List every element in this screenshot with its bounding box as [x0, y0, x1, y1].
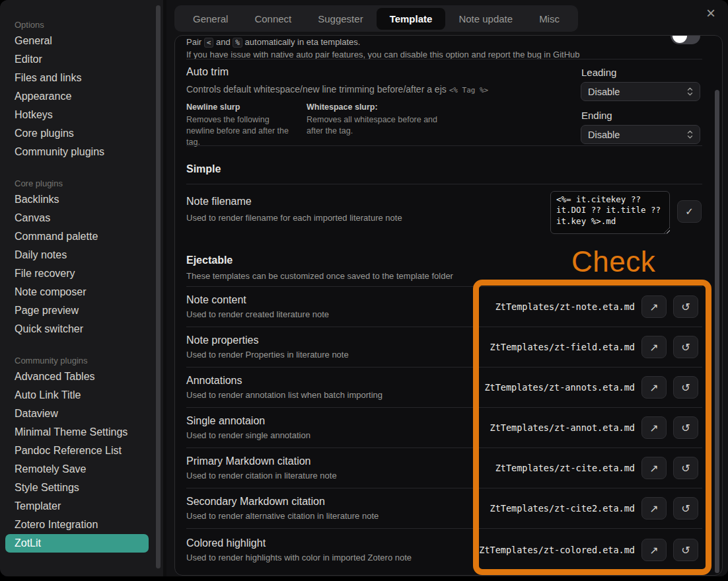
- setting-description: Used to render created literature note: [186, 309, 329, 319]
- sidebar-section-header: Community plugins: [0, 356, 163, 366]
- chevron-updown-icon: [687, 87, 693, 97]
- section-heading-simple: Simple: [186, 163, 221, 175]
- setting-description: Controls default whitespace/new line tri…: [186, 83, 583, 96]
- dropdown-value: Disable: [588, 130, 620, 140]
- auto-pair-toggle[interactable]: [671, 35, 700, 44]
- dropdown-value: Disable: [588, 87, 620, 97]
- sidebar-item-canvas[interactable]: Canvas: [5, 209, 149, 227]
- setting-description: Used to render Properties in literature …: [186, 350, 349, 360]
- sidebar-item-zotero-integration[interactable]: Zotero Integration: [5, 516, 149, 534]
- sidebar-item-dataview[interactable]: Dataview: [5, 405, 149, 423]
- reset-template-icon[interactable]: ↺: [673, 539, 698, 561]
- setting-row-auto-pair: Pair < and % automatically in eta templa…: [186, 37, 662, 60]
- ejectable-description: These templates can be customized once s…: [186, 270, 583, 282]
- reset-template-icon[interactable]: ↺: [673, 376, 698, 399]
- sidebar-section: Community plugins Advanced Tables Auto L…: [0, 356, 163, 553]
- sidebar-scrollbar[interactable]: [156, 5, 161, 568]
- open-template-icon[interactable]: ↗: [641, 416, 667, 439]
- sidebar-item-advanced-tables[interactable]: Advanced Tables: [5, 368, 149, 386]
- setting-name: Note properties: [186, 334, 349, 346]
- sidebar-section: Options General Editor Files and links A…: [0, 20, 163, 161]
- sidebar-item-zotlit[interactable]: ZotLit: [5, 534, 149, 553]
- dropdown-label: Leading: [581, 67, 700, 78]
- sidebar-item-hotkeys[interactable]: Hotkeys: [5, 106, 149, 124]
- template-path-value: ZtTemplates/zt-annots.eta.md: [484, 382, 635, 393]
- reset-template-icon[interactable]: ↺: [673, 497, 698, 520]
- sidebar-item-command-palette[interactable]: Command palette: [5, 227, 149, 246]
- sub-option-name: Whitespace slurp:: [307, 102, 442, 112]
- sidebar-item-list: General Editor Files and links Appearanc…: [0, 32, 163, 161]
- template-row: Single annotaion Used to render single a…: [186, 408, 702, 448]
- settings-tabbar: General Connect Suggester Template Note …: [174, 5, 578, 32]
- sidebar-item-appearance[interactable]: Appearance: [5, 87, 149, 106]
- template-rows: Note content Used to render created lite…: [186, 287, 702, 571]
- sidebar-item-files-and-links[interactable]: Files and links: [5, 69, 149, 87]
- auto-trim-sub-option: Whitespace slurp: Removes all whitespace…: [307, 102, 442, 148]
- template-row-info: Single annotaion Used to render single a…: [186, 415, 310, 440]
- confirm-icon[interactable]: ✓: [677, 200, 702, 223]
- dropdown-group: Ending Disable: [581, 110, 700, 144]
- template-path-value: ZtTemplates/zt-note.eta.md: [495, 301, 635, 312]
- sidebar-item-core-plugins[interactable]: Core plugins: [5, 124, 149, 143]
- sidebar-item-auto-link-title[interactable]: Auto Link Title: [5, 386, 149, 405]
- open-template-icon[interactable]: ↗: [641, 497, 667, 520]
- setting-row-auto-trim: Auto trim Controls default whitespace/ne…: [186, 66, 583, 148]
- setting-name: Note filename: [186, 196, 530, 208]
- sidebar-item-templater[interactable]: Templater: [5, 497, 149, 516]
- tab-template[interactable]: Template: [377, 8, 446, 30]
- sidebar-item-editor[interactable]: Editor: [5, 50, 149, 69]
- reset-template-icon[interactable]: ↺: [673, 416, 698, 439]
- sidebar-item-daily-notes[interactable]: Daily notes: [5, 246, 149, 264]
- template-row-info: Secondary Markdown citation Used to rend…: [186, 496, 379, 521]
- sidebar-item-list: Backlinks Canvas Command palette Daily n…: [0, 190, 163, 338]
- note-filename-input[interactable]: <%= it.citekey ?? it.DOI ?? it.title ?? …: [550, 191, 670, 234]
- template-row: Annotations Used to render annotation li…: [186, 368, 702, 408]
- sidebar-item-backlinks[interactable]: Backlinks: [5, 190, 149, 209]
- template-row-info: Annotations Used to render annotation li…: [186, 375, 382, 400]
- tab-general[interactable]: General: [180, 8, 241, 30]
- tab-misc[interactable]: Misc: [526, 8, 573, 30]
- sidebar-item-remotely-save[interactable]: Remotely Save: [5, 460, 149, 479]
- reset-template-icon[interactable]: ↺: [673, 336, 698, 358]
- setting-description: Used to render alternative citation in l…: [186, 511, 379, 521]
- sidebar-item-minimal-theme-settings[interactable]: Minimal Theme Settings: [5, 423, 149, 442]
- template-row-info: Note content Used to render created lite…: [186, 294, 329, 319]
- dropdown-select[interactable]: Disable: [581, 125, 700, 144]
- sidebar-item-file-recovery[interactable]: File recovery: [5, 264, 149, 283]
- sidebar-item-style-settings[interactable]: Style Settings: [5, 479, 149, 497]
- sidebar-item-pandoc-reference-list[interactable]: Pandoc Reference List: [5, 442, 149, 460]
- sidebar-item-quick-switcher[interactable]: Quick switcher: [5, 320, 149, 338]
- setting-description: Used to render highlights with color in …: [186, 553, 412, 562]
- template-row-controls: ZtTemplates/zt-annot.eta.md ↗ ↺: [490, 416, 698, 439]
- toggle-knob: [673, 35, 687, 43]
- sidebar-item-community-plugins[interactable]: Community plugins: [5, 143, 149, 161]
- reset-template-icon[interactable]: ↺: [673, 457, 698, 479]
- auto-pair-description-line1: Pair < and % automatically in eta templa…: [186, 37, 662, 48]
- setting-description: Used to render single annotation: [186, 430, 310, 440]
- panel-scrollbar[interactable]: [715, 90, 719, 573]
- setting-name: Single annotaion: [186, 415, 310, 427]
- sidebar-item-page-preview[interactable]: Page preview: [5, 301, 149, 320]
- sidebar-item-note-composer[interactable]: Note composer: [5, 283, 149, 301]
- setting-row-note-filename: Note filename Used to render filename fo…: [186, 196, 530, 224]
- tab-note-update[interactable]: Note update: [445, 8, 526, 30]
- sub-option-description: Removes the following newline before and…: [186, 114, 297, 148]
- template-row-controls: ZtTemplates/zt-annots.eta.md ↗ ↺: [484, 376, 698, 399]
- template-path-value: ZtTemplates/zt-cite.eta.md: [495, 463, 635, 473]
- dropdown-label: Ending: [581, 110, 700, 121]
- tab-suggester[interactable]: Suggester: [305, 8, 376, 30]
- dropdown-select[interactable]: Disable: [581, 82, 700, 101]
- open-template-icon[interactable]: ↗: [641, 336, 667, 358]
- sidebar-item-general[interactable]: General: [5, 32, 149, 50]
- open-template-icon[interactable]: ↗: [641, 295, 667, 318]
- reset-template-icon[interactable]: ↺: [673, 295, 698, 318]
- template-row-info: Colored highlight Used to render highlig…: [186, 537, 412, 562]
- open-template-icon[interactable]: ↗: [641, 457, 667, 479]
- close-icon[interactable]: ×: [702, 4, 720, 22]
- open-template-icon[interactable]: ↗: [641, 539, 667, 561]
- sidebar-section-header: Core plugins: [0, 178, 163, 188]
- sub-option-name: Newline slurp: [186, 102, 297, 112]
- open-template-icon[interactable]: ↗: [641, 376, 667, 399]
- sub-option-description: Removes all whitespace before and after …: [307, 114, 442, 137]
- tab-connect[interactable]: Connect: [241, 8, 305, 30]
